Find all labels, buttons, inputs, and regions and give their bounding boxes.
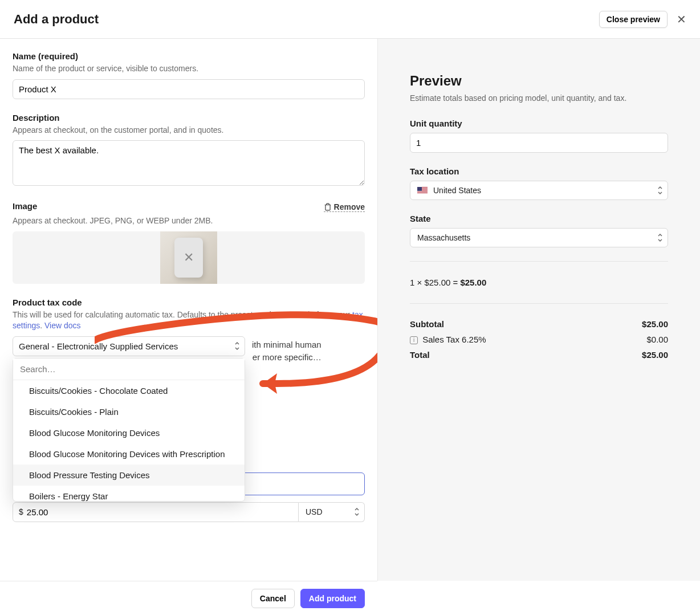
- subtotal-label: Subtotal: [410, 319, 444, 329]
- price-input-wrap[interactable]: $: [13, 502, 299, 522]
- price-input[interactable]: [27, 507, 292, 517]
- tax-code-help: This will be used for calculating automa…: [13, 309, 365, 332]
- state-select[interactable]: Massachusetts: [410, 228, 668, 247]
- name-input[interactable]: [13, 79, 365, 99]
- currency-select[interactable]: USD: [299, 502, 365, 522]
- chevron-updown-icon: [234, 341, 240, 351]
- name-label: Name (required): [13, 51, 365, 61]
- tax-location-label: Tax location: [410, 166, 668, 176]
- salestax-value: $0.00: [646, 335, 668, 344]
- tax-description-behind: ith minimal human er more specific…: [252, 339, 321, 364]
- image-preview: ✕: [13, 231, 365, 284]
- page-title: Add a product: [14, 12, 99, 27]
- tax-code-option[interactable]: Biscuits/Cookies - Plain: [13, 401, 245, 422]
- description-help: Appears at checkout, on the customer por…: [13, 125, 365, 136]
- preview-title: Preview: [410, 73, 668, 89]
- chevron-updown-icon: [657, 233, 663, 242]
- chevron-updown-icon: [657, 186, 663, 195]
- total-value: $25.00: [642, 350, 668, 360]
- tax-code-option[interactable]: Biscuits/Cookies - Chocolate Coated: [13, 380, 245, 401]
- tax-code-selected: General - Electronically Supplied Servic…: [19, 341, 178, 351]
- description-label: Description: [13, 113, 365, 123]
- currency-symbol: $: [19, 507, 23, 516]
- product-image: ✕: [160, 231, 217, 284]
- image-help: Appears at checkout. JPEG, PNG, or WEBP …: [13, 215, 365, 227]
- tax-location-value: United States: [433, 186, 481, 195]
- info-icon: i: [410, 336, 418, 344]
- subtotal-value: $25.00: [642, 319, 668, 329]
- remove-image-button[interactable]: Remove: [324, 202, 365, 212]
- tax-code-select[interactable]: General - Electronically Supplied Servic…: [13, 336, 245, 356]
- preview-subtitle: Estimate totals based on pricing model, …: [410, 93, 668, 103]
- unit-qty-input[interactable]: [410, 133, 668, 153]
- trash-icon: [324, 203, 332, 211]
- tax-location-select[interactable]: United States: [410, 181, 668, 200]
- chevron-updown-icon: [354, 507, 360, 516]
- remove-image-label: Remove: [334, 202, 365, 211]
- tax-code-option[interactable]: Boilers - Energy Star: [13, 486, 245, 501]
- tax-code-option[interactable]: Blood Glucose Monitoring Devices: [13, 422, 245, 443]
- currency-value: USD: [306, 507, 323, 516]
- close-icon[interactable]: ✕: [677, 14, 686, 25]
- tax-code-dropdown: Biscuits/Cookies - Chocolate Coated Bisc…: [13, 358, 245, 502]
- state-value: Massachusetts: [417, 233, 470, 242]
- unit-qty-label: Unit quantity: [410, 119, 668, 128]
- description-input[interactable]: The best X available.: [13, 140, 365, 186]
- state-label: State: [410, 214, 668, 223]
- tax-code-label: Product tax code: [13, 298, 365, 307]
- image-label: Image: [13, 201, 37, 211]
- close-preview-button[interactable]: Close preview: [599, 11, 668, 28]
- us-flag-icon: [417, 187, 428, 194]
- total-label: Total: [410, 350, 430, 360]
- add-product-button[interactable]: Add product: [300, 589, 365, 608]
- price-calc: 1 × $25.00 = $25.00: [410, 274, 668, 291]
- tax-code-option[interactable]: Blood Glucose Monitoring Devices with Pr…: [13, 443, 245, 465]
- tax-code-search-input[interactable]: [13, 359, 245, 380]
- name-help: Name of the product or service, visible …: [13, 63, 365, 75]
- salestax-label: Sales Tax 6.25%: [422, 335, 486, 344]
- tax-code-option[interactable]: Blood Pressure Testing Devices: [13, 465, 245, 486]
- cancel-button[interactable]: Cancel: [251, 589, 295, 608]
- view-docs-link[interactable]: View docs: [44, 321, 81, 330]
